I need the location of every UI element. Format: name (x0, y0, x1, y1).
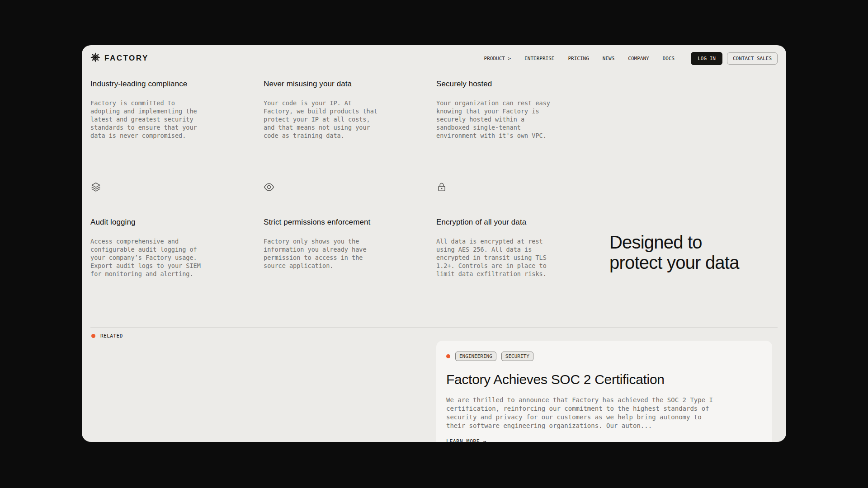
feature-title: Strict permissions enforcement (264, 218, 384, 227)
header: FACTORY PRODUCT > ENTERPRISE PRICING NEW… (82, 45, 786, 71)
nav-items: PRODUCT > ENTERPRISE PRICING NEWS COMPAN… (484, 56, 675, 61)
tag-engineering[interactable]: ENGINEERING (455, 352, 496, 361)
feature-body: Factory only shows you the information y… (264, 237, 381, 270)
brand-name: FACTORY (104, 54, 149, 63)
tag-security[interactable]: SECURITY (501, 352, 533, 361)
tags-row: ENGINEERING SECURITY (446, 352, 762, 361)
feature-audit-logging: Audit logging Access comprehensive and c… (90, 218, 211, 278)
feature-body: Factory is committed to adopting and imp… (90, 99, 208, 140)
section-divider (90, 327, 778, 328)
feature-securely-hosted: Securely hosted Your organization can re… (436, 80, 557, 140)
feature-title: Audit logging (90, 218, 211, 227)
pinwheel-icon (90, 52, 100, 64)
eye-icon (264, 182, 274, 192)
page-card: FACTORY PRODUCT > ENTERPRISE PRICING NEW… (82, 45, 786, 442)
feature-never-misusing-your-data: Never misusing your data Your code is yo… (264, 80, 384, 140)
nav: PRODUCT > ENTERPRISE PRICING NEWS COMPAN… (484, 52, 778, 65)
nav-item-news[interactable]: NEWS (603, 56, 615, 61)
nav-item-product[interactable]: PRODUCT > (484, 56, 511, 61)
nav-item-pricing[interactable]: PRICING (568, 56, 589, 61)
related-label-text: RELATED (100, 333, 123, 339)
related-article-card[interactable]: ENGINEERING SECURITY Factory Achieves SO… (436, 341, 772, 442)
learn-more-link[interactable]: LEARN MORE → (446, 438, 486, 442)
feature-encryption-of-all-your-data: Encryption of all your data All data is … (436, 218, 557, 278)
orange-dot-icon (446, 354, 450, 358)
article-title: Factory Achieves SOC 2 Certification (446, 371, 762, 388)
layers-icon (90, 182, 101, 192)
feature-strict-permissions-enforcement: Strict permissions enforcement Factory o… (264, 218, 384, 270)
feature-body: Your code is your IP. At Factory, we bui… (264, 99, 381, 140)
nav-item-company[interactable]: COMPANY (628, 56, 649, 61)
feature-title: Securely hosted (436, 80, 557, 89)
feature-title: Industry-leading compliance (90, 80, 211, 89)
lock-icon (436, 182, 447, 192)
contact-sales-button[interactable]: CONTACT SALES (727, 52, 778, 65)
nav-item-enterprise[interactable]: ENTERPRISE (524, 56, 554, 61)
feature-title: Encryption of all your data (436, 218, 557, 227)
feature-body: Access comprehensive and configurable au… (90, 237, 208, 278)
feature-body: Your organization can rest easy knowing … (436, 99, 554, 140)
section-heading-line-1: Designed to (609, 232, 739, 253)
section-heading-line-2: protect your data (609, 253, 739, 273)
brand-logo[interactable]: FACTORY (90, 52, 149, 64)
section-heading: Designed to protect your data (609, 232, 739, 273)
feature-body: All data is encrypted at rest using AES … (436, 237, 554, 278)
article-excerpt: We are thrilled to announce that Factory… (446, 396, 719, 430)
nav-item-docs[interactable]: DOCS (663, 56, 675, 61)
feature-industry-leading-compliance: Industry-leading compliance Factory is c… (90, 80, 211, 140)
feature-title: Never misusing your data (264, 80, 384, 89)
log-in-button[interactable]: LOG IN (691, 52, 722, 65)
orange-dot-icon (91, 334, 95, 338)
related-label: RELATED (91, 333, 123, 339)
